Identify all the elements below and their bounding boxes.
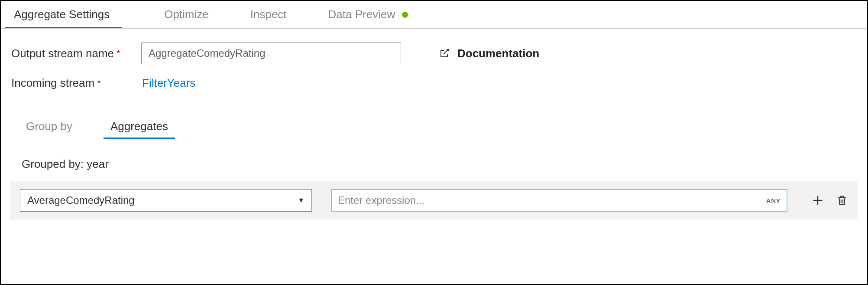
expression-placeholder: Enter expression...	[338, 194, 424, 206]
add-row-button[interactable]	[812, 194, 824, 206]
subtab-label: Aggregates	[110, 120, 168, 133]
required-star-icon: *	[117, 48, 120, 59]
expression-input[interactable]: Enter expression... ANY	[331, 189, 787, 212]
tab-label: Optimize	[164, 8, 209, 21]
status-indicator-icon	[402, 12, 408, 18]
tab-label: Data Preview	[328, 8, 395, 21]
documentation-label: Documentation	[457, 47, 539, 60]
subtab-label: Group by	[26, 120, 72, 133]
open-external-icon	[439, 48, 450, 59]
sub-tab-bar: Group by Aggregates	[1, 114, 867, 139]
output-stream-label: Output stream name *	[11, 47, 141, 60]
incoming-stream-label: Incoming stream *	[11, 76, 141, 90]
tab-label: Aggregate Settings	[14, 8, 110, 21]
tab-data-preview[interactable]: Data Preview	[316, 1, 421, 28]
subtab-group-by[interactable]: Group by	[12, 114, 86, 139]
tab-inspect[interactable]: Inspect	[238, 1, 299, 28]
delete-row-button[interactable]	[836, 194, 848, 206]
documentation-link[interactable]: Documentation	[439, 47, 539, 60]
tab-aggregate-settings[interactable]: Aggregate Settings	[5, 1, 122, 28]
label-text: Output stream name	[11, 47, 114, 60]
dropdown-value: AverageComedyRating	[27, 194, 135, 206]
incoming-stream-value[interactable]: FilterYears	[141, 76, 195, 90]
settings-form: Output stream name * Documentation Incom…	[1, 29, 867, 111]
incoming-stream-row: Incoming stream * FilterYears	[11, 76, 857, 90]
label-text: Incoming stream	[11, 76, 94, 90]
row-actions	[806, 194, 848, 206]
chevron-down-icon: ▼	[298, 197, 304, 204]
output-stream-row: Output stream name * Documentation	[11, 43, 857, 64]
top-tab-bar: Aggregate Settings Optimize Inspect Data…	[1, 1, 867, 29]
type-badge: ANY	[766, 197, 781, 204]
output-stream-input[interactable]	[141, 43, 401, 64]
tab-label: Inspect	[250, 8, 287, 21]
aggregate-settings-panel: Aggregate Settings Optimize Inspect Data…	[0, 0, 868, 285]
column-name-dropdown[interactable]: AverageComedyRating ▼	[20, 189, 312, 212]
grouped-by-summary: Grouped by: year	[1, 139, 867, 181]
required-star-icon: *	[97, 78, 101, 89]
subtab-aggregates[interactable]: Aggregates	[97, 114, 182, 139]
aggregate-row: AverageComedyRating ▼ Enter expression..…	[10, 181, 858, 219]
tab-optimize[interactable]: Optimize	[152, 1, 221, 28]
